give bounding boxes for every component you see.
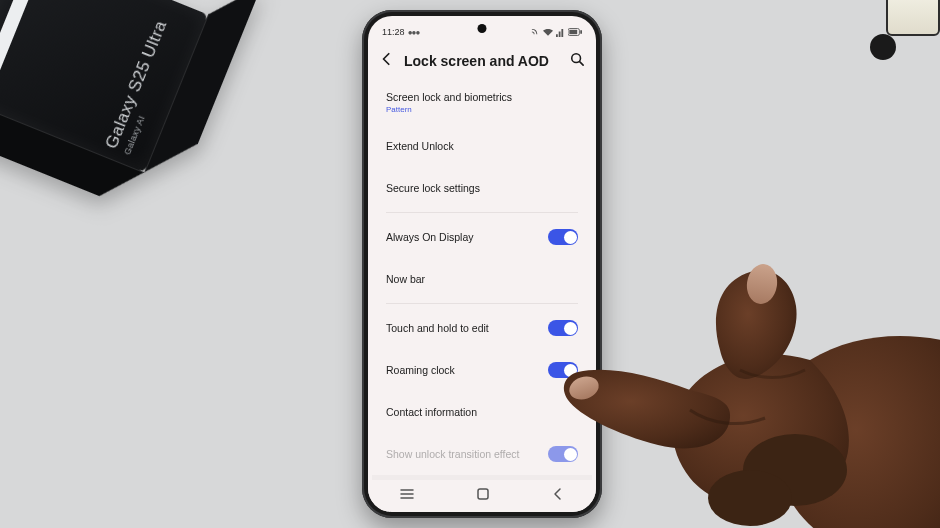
- svg-rect-2: [580, 30, 582, 34]
- row-touch-hold-edit[interactable]: Touch and hold to edit: [372, 307, 592, 349]
- row-label: Roaming clock: [386, 364, 455, 376]
- scene: Galaxy S25 Ultra Galaxy AI 11:28 ●●●: [0, 0, 940, 528]
- row-secure-lock-settings[interactable]: Secure lock settings: [372, 167, 592, 209]
- navigation-bar: [368, 480, 596, 512]
- row-label: Screen lock and biometrics: [386, 91, 512, 103]
- phone-screen: 11:28 ●●● Lock screen and AOD: [368, 16, 596, 512]
- row-label: Contact information: [386, 406, 477, 418]
- svg-line-4: [580, 62, 584, 66]
- divider: [386, 212, 578, 213]
- toggle-touch-hold-edit[interactable]: [548, 320, 578, 336]
- row-sublabel: Pattern: [386, 105, 512, 114]
- status-time: 11:28: [382, 27, 405, 37]
- svg-rect-1: [569, 30, 577, 34]
- svg-point-9: [743, 434, 847, 506]
- hand-pointing: [560, 210, 940, 528]
- wifi-icon: [543, 28, 553, 37]
- svg-rect-8: [478, 489, 488, 499]
- nfc-icon: [531, 28, 540, 37]
- toggle-always-on-display[interactable]: [548, 229, 578, 245]
- nav-back-button[interactable]: [551, 487, 565, 505]
- status-notification-dots: ●●●: [407, 28, 420, 37]
- row-label: Now bar: [386, 273, 425, 285]
- row-screen-lock-biometrics[interactable]: Screen lock and biometrics Pattern: [372, 80, 592, 125]
- nav-home-button[interactable]: [476, 487, 490, 505]
- row-label: Show unlock transition effect: [386, 448, 519, 460]
- row-extend-unlock[interactable]: Extend Unlock: [372, 125, 592, 167]
- row-unlock-transition-effect: Show unlock transition effect: [372, 433, 592, 475]
- box-accent-stripe: [0, 0, 43, 95]
- home-icon: [476, 487, 490, 501]
- back-button[interactable]: [380, 52, 394, 70]
- nav-back-icon: [551, 487, 565, 501]
- nav-recents-button[interactable]: [399, 487, 415, 505]
- chevron-left-icon: [380, 52, 394, 66]
- row-label: Secure lock settings: [386, 182, 480, 194]
- settings-list: Screen lock and biometrics Pattern Exten…: [368, 80, 596, 512]
- recents-icon: [399, 487, 415, 501]
- row-label: Touch and hold to edit: [386, 322, 489, 334]
- svg-point-12: [744, 262, 779, 306]
- toggle-roaming-clock[interactable]: [548, 362, 578, 378]
- row-now-bar[interactable]: Now bar: [372, 258, 592, 300]
- page-title: Lock screen and AOD: [404, 53, 560, 69]
- toggle-unlock-transition: [548, 446, 578, 462]
- row-contact-information[interactable]: Contact information: [372, 391, 592, 433]
- search-icon: [570, 52, 584, 66]
- divider: [386, 303, 578, 304]
- row-always-on-display[interactable]: Always On Display: [372, 216, 592, 258]
- row-label: Extend Unlock: [386, 140, 454, 152]
- product-box: Galaxy S25 Ultra Galaxy AI: [0, 0, 264, 250]
- row-label: Always On Display: [386, 231, 474, 243]
- page-header: Lock screen and AOD: [368, 44, 596, 80]
- phone-frame: 11:28 ●●● Lock screen and AOD: [362, 10, 602, 518]
- svg-point-10: [708, 470, 792, 526]
- signal-icon: [556, 28, 565, 37]
- accessory-prop: [860, 0, 940, 60]
- battery-icon: [568, 28, 582, 36]
- row-roaming-clock[interactable]: Roaming clock: [372, 349, 592, 391]
- camera-punch-hole: [478, 24, 487, 33]
- search-button[interactable]: [570, 52, 584, 70]
